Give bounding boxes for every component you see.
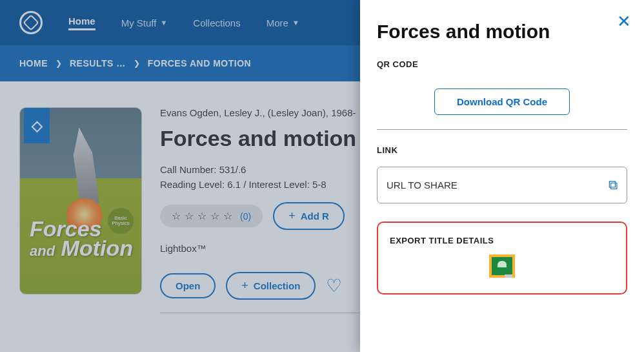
rating-count: (0) — [240, 211, 251, 222]
nav-more-label: More — [267, 17, 288, 28]
export-label: EXPORT TITLE DETAILS — [390, 236, 614, 245]
divider — [377, 129, 627, 130]
favorite-icon[interactable]: ♡ — [326, 275, 342, 296]
breadcrumb-home[interactable]: HOME — [19, 58, 48, 68]
export-section: EXPORT TITLE DETAILS — [377, 222, 627, 295]
close-icon[interactable]: ✕ — [617, 12, 631, 32]
plus-icon: + — [241, 279, 248, 293]
nav-home[interactable]: Home — [68, 16, 96, 30]
cover-line2: and — [30, 243, 55, 259]
rating[interactable]: ☆ ☆ ☆ ☆ ☆ (0) — [160, 205, 263, 227]
logo[interactable] — [19, 11, 43, 34]
download-qr-button[interactable]: Download QR Code — [434, 88, 570, 115]
chevron-down-icon: ▼ — [160, 19, 167, 26]
series-badge: ◇ — [24, 108, 50, 143]
star-icon: ☆ — [197, 210, 206, 222]
cover-line3: Motion — [61, 236, 133, 260]
breadcrumb-current: FORCES AND MOTION — [148, 58, 251, 68]
breadcrumb-results[interactable]: RESULTS … — [70, 58, 126, 68]
collection-label: Collection — [254, 280, 301, 291]
qr-label: QR CODE — [377, 59, 627, 69]
chevron-right-icon: ❯ — [134, 59, 140, 68]
url-text: URL TO SHARE — [387, 180, 458, 191]
collection-button[interactable]: +Collection — [226, 272, 316, 300]
cover-title: Forces and Motion — [30, 219, 133, 258]
star-icon: ☆ — [185, 210, 194, 222]
star-icon: ☆ — [172, 210, 181, 222]
nav-more[interactable]: More▼ — [267, 17, 299, 28]
open-button[interactable]: Open — [160, 273, 216, 298]
chevron-right-icon: ❯ — [55, 59, 62, 68]
book-cover[interactable]: ◇ Basic Physics Forces and Motion — [19, 107, 142, 295]
star-icon: ☆ — [210, 210, 219, 222]
url-box: URL TO SHARE ⧉ — [377, 167, 627, 203]
share-panel: ✕ Forces and motion QR CODE Download QR … — [360, 0, 644, 352]
panel-title: Forces and motion — [377, 21, 627, 43]
google-classroom-icon[interactable] — [489, 254, 515, 278]
add-review-button[interactable]: +Add R — [273, 202, 345, 230]
copy-icon[interactable]: ⧉ — [609, 178, 618, 192]
star-icon: ☆ — [223, 210, 232, 222]
nav-mystuff-label: My Stuff — [121, 17, 157, 28]
add-review-label: Add R — [301, 211, 329, 222]
nav-collections[interactable]: Collections — [193, 17, 240, 28]
plus-icon: + — [288, 209, 296, 223]
link-label: LINK — [377, 145, 627, 155]
chevron-down-icon: ▼ — [292, 19, 299, 26]
nav-mystuff[interactable]: My Stuff▼ — [121, 17, 168, 28]
rocket-illustration — [60, 125, 109, 207]
